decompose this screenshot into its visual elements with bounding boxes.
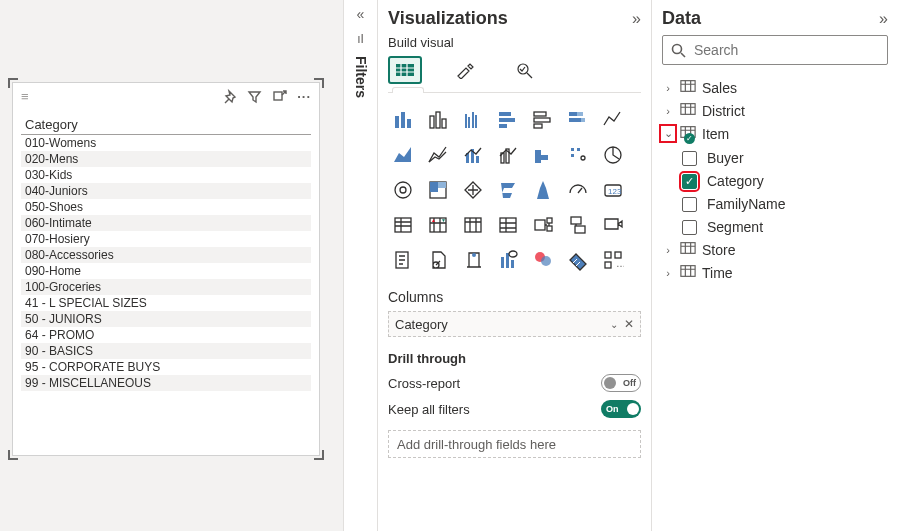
table-row[interactable]: 080-Accessories [21,247,311,263]
table-row[interactable]: 030-Kids [21,167,311,183]
collapse-data-icon[interactable]: » [879,10,888,28]
viz-type-24[interactable] [493,210,523,240]
collapse-visualizations-icon[interactable]: » [632,10,641,28]
table-row[interactable]: 90 - BASICS [21,343,311,359]
report-canvas[interactable]: ≡ ··· Category 010-Womens020-Mens030-Kid… [0,0,344,531]
table-row[interactable]: 040-Juniors [21,183,311,199]
svg-rect-1 [396,64,414,76]
table-row[interactable]: 060-Intimate [21,215,311,231]
table-column-header[interactable]: Category [21,115,311,135]
data-pane: Data » ›Sales›District⌄Item✓Buyer✓Catego… [652,0,898,531]
table-node-item[interactable]: ⌄Item✓ [662,125,888,142]
viz-type-5[interactable] [563,105,593,135]
viz-type-9[interactable] [458,140,488,170]
filter-icon[interactable] [247,89,262,104]
search-icon [671,43,686,58]
table-row[interactable]: 050-Shoes [21,199,311,215]
viz-type-31[interactable] [493,245,523,275]
expand-filters-icon[interactable]: « [357,6,365,22]
table-node-store[interactable]: ›Store [662,241,888,258]
analytics-tab[interactable] [508,56,542,84]
viz-type-8[interactable] [423,140,453,170]
viz-type-27[interactable] [598,210,628,240]
keep-filters-toggle[interactable]: On [601,400,641,418]
drill-through-drop-well[interactable]: Add drill-through fields here [388,430,641,458]
table-node-time[interactable]: ›Time [662,264,888,281]
field-checkbox[interactable] [682,151,697,166]
cross-report-toggle[interactable]: Off [601,374,641,392]
focus-mode-icon[interactable] [272,89,287,104]
field-buyer[interactable]: Buyer [682,150,888,166]
viz-type-25[interactable] [528,210,558,240]
table-row[interactable]: 010-Womens [21,135,311,151]
table-row[interactable]: 41 - L SPECIAL SIZES [21,295,311,311]
viz-type-0[interactable] [388,105,418,135]
search-box[interactable] [662,35,888,65]
viz-type-7[interactable] [388,140,418,170]
viz-type-14[interactable] [388,175,418,205]
field-checkbox[interactable]: ✓ [682,174,697,189]
expand-icon[interactable]: › [662,244,674,256]
viz-type-33[interactable] [563,245,593,275]
table-row[interactable]: 64 - PROMO [21,327,311,343]
table-row[interactable]: 95 - CORPORATE BUYS [21,359,311,375]
field-segment[interactable]: Segment [682,219,888,235]
svg-rect-53 [501,257,504,268]
viz-type-11[interactable] [528,140,558,170]
viz-type-4[interactable] [528,105,558,135]
remove-field-icon[interactable]: ✕ [624,317,634,331]
field-label: Category [707,173,764,189]
svg-rect-30 [571,154,574,157]
viz-type-30[interactable] [458,245,488,275]
viz-type-17[interactable] [493,175,523,205]
table-row[interactable]: 100-Groceries [21,279,311,295]
viz-type-28[interactable] [388,245,418,275]
viz-type-12[interactable] [563,140,593,170]
table-node-sales[interactable]: ›Sales [662,79,888,96]
viz-type-29[interactable] [423,245,453,275]
viz-type-1[interactable] [423,105,453,135]
table-row[interactable]: 070-Hosiery [21,231,311,247]
expand-icon[interactable]: ⌄ [662,127,674,140]
field-menu-icon[interactable]: ⌄ [610,319,618,330]
table-row[interactable]: 50 - JUNIORS [21,311,311,327]
table-icon [680,79,696,96]
viz-type-21[interactable] [388,210,418,240]
viz-type-19[interactable] [563,175,593,205]
drag-grip-icon[interactable]: ≡ [21,89,30,104]
table-row[interactable]: 090-Home [21,263,311,279]
filters-icon[interactable]: ıI [357,32,364,46]
expand-icon[interactable]: › [662,267,674,279]
pin-icon[interactable] [222,89,237,104]
build-visual-tab[interactable] [388,56,422,84]
more-options-icon[interactable]: ··· [297,89,311,104]
viz-type-23[interactable] [458,210,488,240]
columns-field-well[interactable]: Category ⌄ ✕ [388,311,641,337]
viz-type-22[interactable]: ▲▼ [423,210,453,240]
field-checkbox[interactable] [682,197,697,212]
field-category[interactable]: ✓Category [682,173,888,189]
table-visual[interactable]: ≡ ··· Category 010-Womens020-Mens030-Kid… [12,82,320,456]
viz-type-3[interactable] [493,105,523,135]
viz-type-26[interactable] [563,210,593,240]
field-checkbox[interactable] [682,220,697,235]
expand-icon[interactable]: › [662,82,674,94]
viz-type-16[interactable] [458,175,488,205]
viz-type-2[interactable] [458,105,488,135]
table-node-district[interactable]: ›District [662,102,888,119]
format-visual-tab[interactable] [448,56,482,84]
viz-type-6[interactable] [598,105,628,135]
viz-type-10[interactable] [493,140,523,170]
viz-type-18[interactable] [528,175,558,205]
field-familyname[interactable]: FamilyName [682,196,888,212]
search-input[interactable] [692,41,879,59]
expand-icon[interactable]: › [662,105,674,117]
filters-label[interactable]: Filters [353,56,369,98]
table-row[interactable]: 020-Mens [21,151,311,167]
viz-type-32[interactable] [528,245,558,275]
viz-type-34[interactable]: … [598,245,628,275]
viz-type-20[interactable]: 123 [598,175,628,205]
table-row[interactable]: 99 - MISCELLANEOUS [21,375,311,391]
viz-type-15[interactable] [423,175,453,205]
viz-type-13[interactable] [598,140,628,170]
